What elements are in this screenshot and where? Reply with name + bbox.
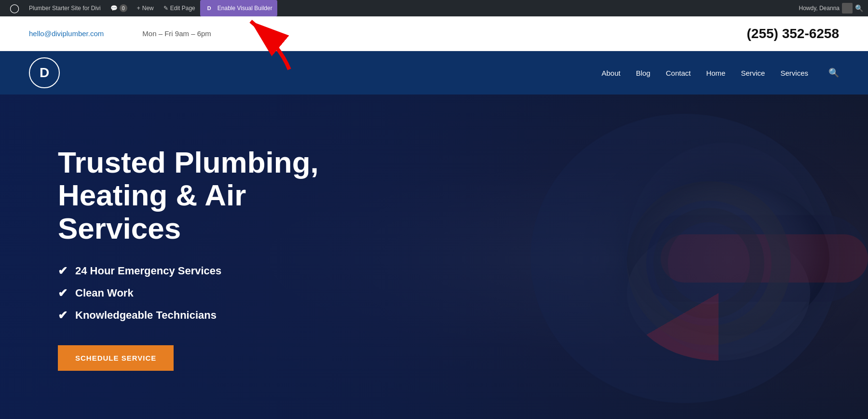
hero-section: Trusted Plumbing, Heating & Air Services…: [0, 95, 868, 419]
feature-1: ✔ 24 Hour Emergency Services: [58, 264, 338, 278]
feature-2: ✔ Clean Work: [58, 286, 338, 300]
new-icon: +: [137, 5, 140, 12]
hero-content: Trusted Plumbing, Heating & Air Services…: [0, 146, 338, 371]
hours-text: Mon – Fri 9am – 6pm: [142, 29, 211, 38]
wp-logo-item[interactable]: ◯: [5, 0, 24, 16]
edit-page-item[interactable]: ✎ Edit Page: [159, 0, 200, 16]
divi-logo-icon: D: [205, 4, 214, 13]
site-title: Plumber Starter Site for Divi: [29, 5, 101, 12]
site-title-item[interactable]: Plumber Starter Site for Divi: [24, 0, 106, 16]
email-text[interactable]: hello@diviplumber.com: [29, 29, 104, 38]
nav-home[interactable]: Home: [706, 69, 725, 77]
main-nav: About Blog Contact Home Service Services…: [601, 68, 839, 78]
edit-icon: ✎: [163, 5, 168, 12]
schedule-service-button[interactable]: SCHEDULE SERVICE: [58, 345, 174, 371]
nav-contact[interactable]: Contact: [666, 69, 691, 77]
feature-3: ✔ Knowledgeable Technicians: [58, 309, 338, 322]
phone-number: (255) 352-6258: [747, 26, 839, 41]
comment-icon: 💬: [110, 5, 118, 12]
comment-count: 0: [120, 4, 127, 12]
admin-bar: ◯ Plumber Starter Site for Divi 💬 0 + Ne…: [0, 0, 868, 16]
check-icon-2: ✔: [58, 286, 68, 300]
hero-checklist: ✔ 24 Hour Emergency Services ✔ Clean Wor…: [58, 264, 338, 322]
logo-letter: D: [40, 65, 49, 81]
nav-blog[interactable]: Blog: [636, 69, 651, 77]
visual-builder-item[interactable]: D Enable Visual Builder: [200, 0, 277, 16]
info-bar: hello@diviplumber.com Mon – Fri 9am – 6p…: [0, 16, 868, 51]
check-icon-3: ✔: [58, 309, 68, 322]
new-item[interactable]: + New: [132, 0, 159, 16]
nav-about[interactable]: About: [601, 69, 620, 77]
search-admin-icon[interactable]: 🔍: [855, 4, 863, 12]
comments-item[interactable]: 💬 0: [106, 0, 132, 16]
check-icon-1: ✔: [58, 264, 68, 278]
edit-page-label: Edit Page: [170, 5, 195, 12]
howdy-text: Howdy, Deanna: [799, 5, 840, 12]
hero-title: Trusted Plumbing, Heating & Air Services: [58, 146, 338, 245]
nav-bar: D About Blog Contact Home Service Servic…: [0, 51, 868, 95]
logo[interactable]: D: [29, 57, 60, 88]
admin-right: Howdy, Deanna 🔍: [799, 3, 864, 14]
nav-service[interactable]: Service: [741, 69, 765, 77]
nav-search-icon[interactable]: 🔍: [828, 68, 839, 78]
wp-icon: ◯: [10, 3, 19, 14]
user-avatar: [842, 3, 853, 14]
nav-services[interactable]: Services: [780, 69, 808, 77]
visual-builder-label: Enable Visual Builder: [217, 5, 272, 12]
new-label: New: [142, 5, 154, 12]
